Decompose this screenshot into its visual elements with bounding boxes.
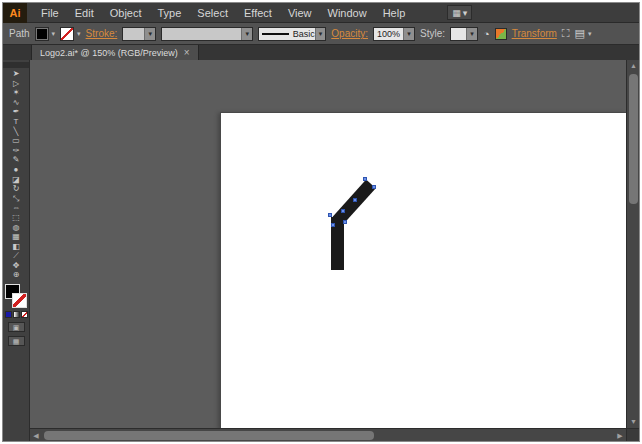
menu-items: FileEditObjectTypeSelectEffectViewWindow… <box>33 3 413 22</box>
magic-wand-tool[interactable]: ✶ <box>6 88 27 98</box>
brush-definition-dropdown[interactable]: Basic ▾ <box>258 27 326 41</box>
fill-stroke-widget <box>5 284 27 308</box>
hand-tool[interactable]: ✥ <box>6 261 27 271</box>
app-logo-icon: Ai <box>3 3 27 23</box>
variable-width-profile-dropdown[interactable]: ▾ <box>161 27 253 41</box>
scale-tool[interactable]: ⤡ <box>6 194 27 204</box>
menu-effect[interactable]: Effect <box>236 3 280 22</box>
menu-type[interactable]: Type <box>150 3 190 22</box>
anchor-point[interactable] <box>341 209 345 213</box>
vertical-scrollbar[interactable]: ▲ ▼ <box>626 60 639 428</box>
opacity-link[interactable]: Opacity: <box>331 28 368 39</box>
stroke-color-swatch[interactable] <box>60 27 74 41</box>
eraser-tool[interactable]: ◪ <box>6 175 27 185</box>
horizontal-scroll-thumb[interactable] <box>44 431 374 440</box>
shape-icon[interactable]: ◔ <box>483 28 490 40</box>
lasso-tool[interactable]: ∿ <box>6 98 27 108</box>
color-mode-icon[interactable] <box>5 311 12 318</box>
close-icon[interactable]: × <box>184 47 190 58</box>
transform-link[interactable]: Transform <box>512 28 557 39</box>
menu-bar: Ai FileEditObjectTypeSelectEffectViewWin… <box>3 3 639 23</box>
rectangle-tool[interactable]: ▭ <box>6 136 27 146</box>
tool-list: ➤▷✶∿✒T╲▭✑✎●◪↻⤡⇔⬚◍▦◧⟋✥⊕ <box>6 69 27 280</box>
chevron-down-icon: ▾ <box>466 28 477 40</box>
menu-file[interactable]: File <box>33 3 67 22</box>
scroll-left-icon[interactable]: ◀ <box>30 429 42 442</box>
zoom-tool[interactable]: ⊕ <box>6 270 27 280</box>
chevron-down-icon[interactable]: ▾ <box>588 30 592 38</box>
style-label: Style: <box>420 28 445 39</box>
selection-type-label: Path <box>9 28 30 39</box>
scroll-up-icon[interactable]: ▲ <box>627 60 640 72</box>
opacity-value: 100% <box>377 29 400 39</box>
anchor-point[interactable] <box>372 185 376 189</box>
blob-brush-tool[interactable]: ● <box>6 165 27 175</box>
shape-builder-tool[interactable]: ◍ <box>6 223 27 233</box>
artboard[interactable] <box>221 113 626 428</box>
chevron-down-icon: ▾ <box>144 28 155 40</box>
menu-edit[interactable]: Edit <box>67 3 102 22</box>
tools-panel: ➤▷✶∿✒T╲▭✑✎●◪↻⤡⇔⬚◍▦◧⟋✥⊕ ▣ ▦ <box>3 60 30 441</box>
line-segment-tool[interactable]: ╲ <box>6 127 27 137</box>
color-mode-row <box>5 311 28 318</box>
menu-object[interactable]: Object <box>102 3 150 22</box>
anchor-point[interactable] <box>353 198 357 202</box>
menu-view[interactable]: View <box>280 3 320 22</box>
stroke-caret-icon[interactable]: ▾ <box>77 30 81 38</box>
direct-selection-tool[interactable]: ▷ <box>6 79 27 89</box>
scroll-down-icon[interactable]: ▼ <box>627 416 640 428</box>
scroll-right-icon[interactable]: ▶ <box>614 429 626 442</box>
eyedropper-tool[interactable]: ⟋ <box>6 251 27 261</box>
anchor-point[interactable] <box>363 177 367 181</box>
pen-tool[interactable]: ✒ <box>6 107 27 117</box>
selection-tool[interactable]: ➤ <box>6 69 27 79</box>
panel-grip[interactable] <box>3 62 29 68</box>
stroke-link[interactable]: Stroke: <box>86 28 118 39</box>
illustrator-window: Ai FileEditObjectTypeSelectEffectViewWin… <box>2 2 640 442</box>
stroke-swatch[interactable] <box>12 293 27 308</box>
chevron-down-icon: ▾ <box>241 28 252 40</box>
none-mode-icon[interactable] <box>21 311 28 318</box>
opacity-dropdown[interactable]: 100% ▾ <box>373 27 415 41</box>
draw-mode-icon[interactable]: ▣ <box>8 322 25 332</box>
paintbrush-tool[interactable]: ✑ <box>6 146 27 156</box>
document-tab[interactable]: Logo2.ai* @ 150% (RGB/Preview) × <box>31 45 199 60</box>
gradient-mode-icon[interactable] <box>13 311 20 318</box>
free-transform-icon[interactable]: ⛶ <box>562 27 570 40</box>
chevron-down-icon: ▾ <box>403 28 414 40</box>
vertical-scroll-thumb[interactable] <box>629 74 638 204</box>
anchor-point[interactable] <box>331 223 335 227</box>
horizontal-scrollbar[interactable]: ◀ ▶ <box>30 428 626 441</box>
scrollbar-corner <box>626 428 639 441</box>
workspace-grid-icon: ▦ <box>452 8 461 18</box>
anchor-point[interactable] <box>343 220 347 224</box>
free-transform-tool[interactable]: ⬚ <box>6 213 27 223</box>
menu-window[interactable]: Window <box>320 3 375 22</box>
document-tab-bar: Logo2.ai* @ 150% (RGB/Preview) × <box>3 45 639 60</box>
workspace-switcher[interactable]: ▦ ▾ <box>447 5 472 20</box>
chevron-down-icon: ▾ <box>463 8 468 18</box>
mesh-tool[interactable]: ▦ <box>6 232 27 242</box>
gradient-tool[interactable]: ◧ <box>6 242 27 252</box>
anchor-point[interactable] <box>328 213 332 217</box>
brush-stroke-preview <box>262 33 289 35</box>
control-bar: Path ▾ ▾ Stroke: ▾ ▾ Basic ▾ Opacity: 10… <box>3 23 639 45</box>
type-tool[interactable]: T <box>6 117 27 127</box>
screen-mode-icon[interactable]: ▦ <box>8 336 25 346</box>
rotate-tool[interactable]: ↻ <box>6 184 27 194</box>
panel-options-icon[interactable]: ▤ <box>575 27 585 40</box>
document-tab-title: Logo2.ai* @ 150% (RGB/Preview) <box>40 48 178 58</box>
chevron-down-icon: ▾ <box>315 28 325 40</box>
width-tool[interactable]: ⇔ <box>6 203 27 213</box>
stroke-weight-dropdown[interactable]: ▾ <box>122 27 156 41</box>
graphic-style-dropdown[interactable]: ▾ <box>450 27 478 41</box>
fill-caret-icon[interactable]: ▾ <box>52 30 56 38</box>
pencil-tool[interactable]: ✎ <box>6 155 27 165</box>
brush-name: Basic <box>293 29 315 39</box>
menu-select[interactable]: Select <box>189 3 236 22</box>
fill-color-swatch[interactable] <box>35 27 49 41</box>
canvas-area[interactable] <box>30 60 626 428</box>
recolor-artwork-icon[interactable] <box>495 28 507 40</box>
menu-help[interactable]: Help <box>375 3 414 22</box>
